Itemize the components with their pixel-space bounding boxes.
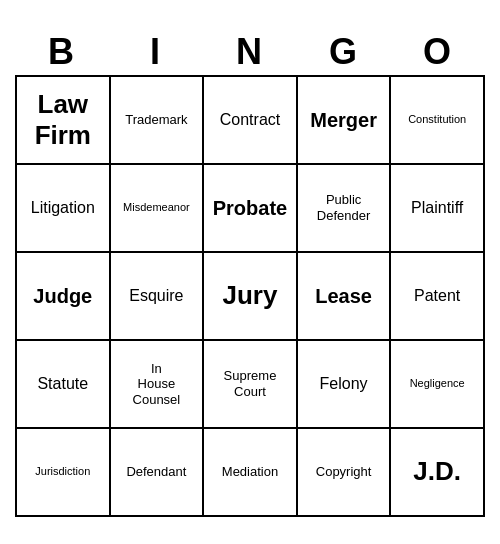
bingo-grid: LawFirmTrademarkContractMergerConstituti… [15, 75, 485, 517]
cell-text-17: SupremeCourt [224, 368, 277, 399]
bingo-cell-10: Judge [17, 253, 111, 341]
bingo-cell-20: Jurisdiction [17, 429, 111, 517]
header-letter-N: N [203, 27, 297, 75]
bingo-cell-13: Lease [298, 253, 392, 341]
bingo-cell-5: Litigation [17, 165, 111, 253]
cell-text-22: Mediation [222, 464, 278, 480]
bingo-cell-19: Negligence [391, 341, 485, 429]
header-letter-B: B [15, 27, 109, 75]
cell-text-3: Merger [310, 108, 377, 132]
cell-text-5: Litigation [31, 198, 95, 217]
header-letter-G: G [297, 27, 391, 75]
cell-text-0: LawFirm [35, 89, 91, 151]
cell-text-23: Copyright [316, 464, 372, 480]
bingo-cell-2: Contract [204, 77, 298, 165]
bingo-cell-8: PublicDefender [298, 165, 392, 253]
bingo-cell-12: Jury [204, 253, 298, 341]
cell-text-10: Judge [33, 284, 92, 308]
bingo-header: BINGO [15, 27, 485, 75]
bingo-cell-3: Merger [298, 77, 392, 165]
cell-text-24: J.D. [413, 456, 461, 487]
cell-text-11: Esquire [129, 286, 183, 305]
cell-text-1: Trademark [125, 112, 187, 128]
bingo-cell-23: Copyright [298, 429, 392, 517]
bingo-cell-17: SupremeCourt [204, 341, 298, 429]
cell-text-18: Felony [320, 374, 368, 393]
bingo-cell-22: Mediation [204, 429, 298, 517]
cell-text-16: InHouseCounsel [133, 361, 181, 408]
bingo-cell-18: Felony [298, 341, 392, 429]
bingo-cell-21: Defendant [111, 429, 205, 517]
bingo-cell-15: Statute [17, 341, 111, 429]
cell-text-9: Plaintiff [411, 198, 463, 217]
bingo-cell-1: Trademark [111, 77, 205, 165]
bingo-card: BINGO LawFirmTrademarkContractMergerCons… [15, 27, 485, 517]
cell-text-13: Lease [315, 284, 372, 308]
cell-text-15: Statute [37, 374, 88, 393]
cell-text-20: Jurisdiction [35, 465, 90, 478]
header-letter-I: I [109, 27, 203, 75]
cell-text-2: Contract [220, 110, 280, 129]
bingo-cell-4: Constitution [391, 77, 485, 165]
header-letter-O: O [391, 27, 485, 75]
bingo-cell-14: Patent [391, 253, 485, 341]
cell-text-4: Constitution [408, 113, 466, 126]
bingo-cell-0: LawFirm [17, 77, 111, 165]
bingo-cell-24: J.D. [391, 429, 485, 517]
cell-text-6: Misdemeanor [123, 201, 190, 214]
bingo-cell-6: Misdemeanor [111, 165, 205, 253]
bingo-cell-16: InHouseCounsel [111, 341, 205, 429]
cell-text-14: Patent [414, 286, 460, 305]
bingo-cell-9: Plaintiff [391, 165, 485, 253]
cell-text-21: Defendant [126, 464, 186, 480]
cell-text-19: Negligence [410, 377, 465, 390]
bingo-cell-7: Probate [204, 165, 298, 253]
cell-text-7: Probate [213, 196, 287, 220]
cell-text-12: Jury [223, 280, 278, 311]
bingo-cell-11: Esquire [111, 253, 205, 341]
cell-text-8: PublicDefender [317, 192, 370, 223]
